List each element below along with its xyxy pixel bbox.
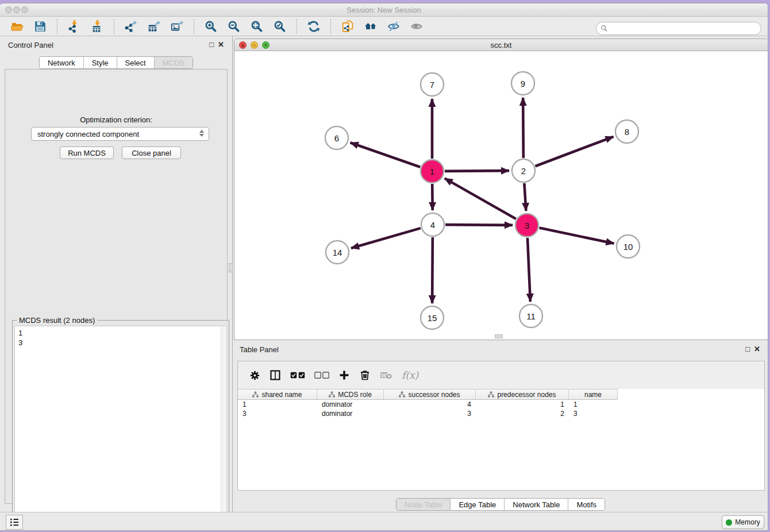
graph-edge-3-11[interactable] (528, 238, 530, 302)
vertical-splitter-handle[interactable] (229, 263, 233, 272)
delete-table-button (380, 367, 392, 384)
export-table-button[interactable] (145, 18, 163, 34)
hierarchy-icon (329, 391, 335, 398)
fx-icon: f(x) (402, 369, 418, 381)
graph-node-10[interactable]: 10 (617, 235, 640, 258)
deselect-all-rows-button[interactable] (314, 367, 329, 384)
float-panel-icon[interactable]: □ (209, 41, 214, 48)
close-panel-button[interactable]: Close panel (122, 147, 181, 159)
memory-label: Memory (735, 518, 760, 526)
cell-successor-nodes: 3 (384, 410, 476, 418)
close-panel-icon[interactable]: ✕ (218, 41, 224, 48)
graph-edge-3-10[interactable] (540, 228, 614, 244)
graph-node-6[interactable]: 6 (325, 126, 348, 149)
export-table-icon (148, 20, 160, 33)
column-header-predecessor-nodes[interactable]: predecessor nodes (476, 390, 569, 399)
network-canvas[interactable]: 1234678910111415 (235, 51, 768, 340)
search-icon (600, 25, 608, 32)
close-panel-icon[interactable]: ✕ (754, 345, 760, 353)
duplicate-network-button[interactable] (339, 18, 356, 34)
table-row[interactable]: 1 dominator 4 1 1 (238, 400, 764, 409)
graph-edge-4-3[interactable] (445, 225, 513, 225)
apply-layout-button[interactable] (305, 18, 322, 34)
horizontal-splitter-handle[interactable] (495, 334, 503, 338)
search-input[interactable] (610, 25, 754, 33)
graph-edge-4-15[interactable] (432, 237, 433, 303)
export-network-button[interactable] (122, 18, 140, 34)
tab-network[interactable]: Network (40, 57, 84, 68)
column-visibility-button[interactable] (270, 367, 281, 384)
result-scrollbar[interactable] (221, 327, 226, 531)
tab-node-table[interactable]: Node Table (396, 499, 451, 510)
select-all-rows-button[interactable] (290, 367, 305, 384)
add-column-button[interactable] (338, 367, 350, 384)
table-panel: Table Panel □ ✕ f(x) shared name MCDS ro… (233, 341, 768, 512)
zoom-fit-button[interactable] (248, 18, 265, 34)
graph-edge-2-8[interactable] (536, 137, 614, 166)
column-header-mcds-role[interactable]: MCDS role (317, 390, 384, 399)
open-session-button[interactable] (9, 18, 26, 34)
table-settings-button[interactable] (249, 367, 260, 384)
tab-select[interactable]: Select (117, 57, 155, 68)
graph-node-15[interactable]: 15 (421, 306, 444, 329)
graph-node-11[interactable]: 11 (519, 304, 542, 327)
import-network-button[interactable] (66, 18, 83, 34)
graph-node-1[interactable]: 1 (421, 160, 444, 183)
column-header-shared-name[interactable]: shared name (238, 390, 317, 399)
trash-icon (359, 369, 371, 381)
gear-icon (249, 370, 260, 381)
graph-node-7[interactable]: 7 (421, 73, 444, 96)
control-panel-tabs: Network Style Select MCDS (39, 56, 193, 69)
houses-icon (364, 20, 377, 33)
graph-node-label: 8 (625, 127, 629, 137)
graph-node-14[interactable]: 14 (326, 241, 349, 264)
graph-node-2[interactable]: 2 (512, 159, 535, 182)
column-header-successor-nodes[interactable]: successor nodes (384, 390, 476, 399)
zoom-in-button[interactable] (202, 18, 220, 34)
hierarchy-icon (252, 391, 259, 398)
graph-node-3[interactable]: 3 (515, 214, 538, 237)
table-panel-title: Table Panel (240, 345, 279, 354)
export-image-button[interactable] (168, 18, 186, 34)
column-header-name[interactable]: name (569, 390, 618, 399)
dropdown-stepper-icon (199, 130, 204, 137)
graph-edge-2-3[interactable] (524, 183, 526, 211)
import-network-icon (68, 20, 80, 33)
graph-node-9[interactable]: 9 (511, 72, 534, 95)
tab-style[interactable]: Style (84, 57, 117, 68)
zoom-out-icon (228, 20, 240, 33)
graph-node-8[interactable]: 8 (615, 120, 638, 143)
table-row[interactable]: 3 dominator 3 2 3 (238, 409, 764, 418)
tab-edge-table[interactable]: Edge Table (451, 499, 505, 510)
save-disk-icon (34, 20, 47, 33)
graph-edge-1-2[interactable] (445, 171, 509, 171)
float-panel-icon[interactable]: □ (745, 345, 750, 353)
memory-button[interactable]: Memory (722, 515, 764, 529)
criterion-dropdown[interactable]: strongly connected component (31, 127, 209, 141)
tab-network-table[interactable]: Network Table (505, 499, 568, 510)
graph-edge-2-9[interactable] (523, 98, 523, 158)
hide-selected-button[interactable] (385, 18, 402, 34)
task-history-button[interactable] (6, 515, 23, 530)
import-table-button[interactable] (88, 18, 106, 34)
delete-column-button[interactable] (359, 367, 371, 384)
show-all-button[interactable] (408, 18, 425, 34)
graph-node-4[interactable]: 4 (421, 213, 444, 236)
columns-icon (270, 369, 281, 381)
graph-edge-4-14[interactable] (351, 228, 421, 248)
zoom-selected-button[interactable] (271, 18, 288, 34)
run-mcds-button[interactable]: Run MCDS (60, 147, 114, 159)
graph-node-label: 2 (521, 166, 526, 176)
first-neighbors-button[interactable] (362, 18, 379, 34)
mcds-result-textarea[interactable]: 1 3 (14, 326, 227, 531)
graph-node-label: 4 (430, 220, 435, 230)
toolbar-separator (194, 19, 194, 34)
zoom-in-icon (205, 20, 217, 33)
search-field[interactable] (596, 22, 761, 35)
zoom-out-button[interactable] (225, 18, 242, 34)
tab-mcds[interactable]: MCDS (155, 57, 192, 68)
graph-edge-3-1[interactable] (445, 178, 516, 219)
save-session-button[interactable] (32, 18, 49, 34)
graph-edge-1-6[interactable] (351, 142, 421, 167)
tab-motifs[interactable]: Motifs (568, 499, 605, 510)
